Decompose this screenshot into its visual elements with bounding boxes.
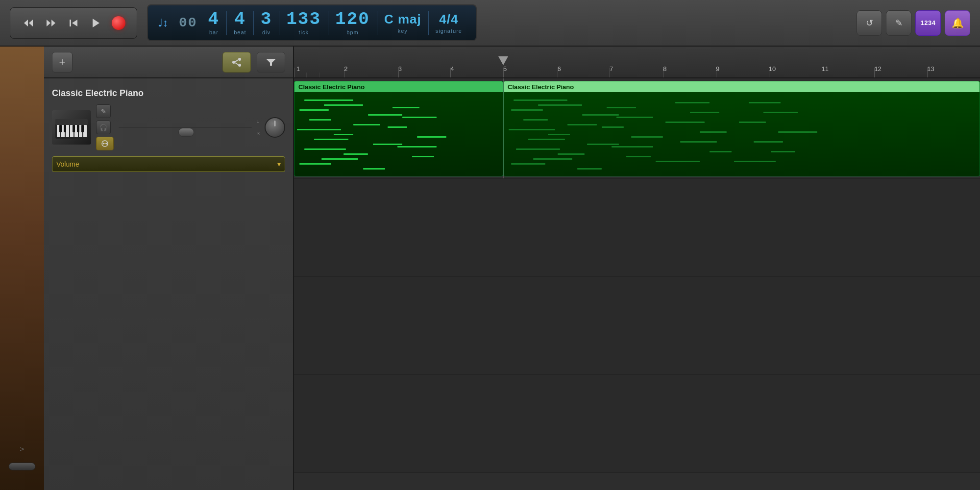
ruler-tick-8 bbox=[663, 68, 663, 77]
region-2-notes bbox=[504, 92, 980, 176]
ruler-tick-10 bbox=[769, 68, 769, 77]
svg-point-8 bbox=[238, 58, 241, 61]
ruler-tick-3 bbox=[398, 68, 399, 77]
svg-rect-14 bbox=[55, 119, 88, 125]
metronome-button[interactable]: 🔔 bbox=[945, 10, 970, 36]
midi-note bbox=[511, 163, 545, 165]
minor-tick bbox=[319, 73, 319, 77]
midi-note bbox=[412, 156, 434, 157]
midi-note bbox=[397, 146, 437, 147]
pencil-tool-button[interactable]: ✎ bbox=[886, 10, 911, 36]
midi-note bbox=[299, 109, 329, 111]
play-button[interactable] bbox=[87, 14, 105, 32]
playhead-triangle-icon bbox=[498, 56, 508, 65]
lcd-div-value-block[interactable]: 3 div bbox=[257, 11, 276, 35]
record-button[interactable] bbox=[109, 14, 128, 32]
lcd-bar-value-block[interactable]: 4 bar bbox=[204, 11, 224, 35]
midi-region-1[interactable]: Classic Electric Piano bbox=[294, 81, 503, 176]
lcd-beat-value: 4 bbox=[234, 11, 246, 28]
lcd-signature-value-block[interactable]: 4/4 signature bbox=[432, 12, 466, 34]
skip-back-button[interactable] bbox=[64, 14, 83, 32]
ruler-marks-container: 1 2 3 4 5 6 7 bbox=[294, 47, 980, 77]
lcd-divider-1 bbox=[226, 11, 227, 35]
track-panel: + Classic Electric Piano bbox=[44, 47, 294, 490]
lcd-divider-3 bbox=[279, 11, 279, 35]
track-volume-fader[interactable] bbox=[119, 127, 252, 128]
lcd-signature-value: 4/4 bbox=[439, 12, 458, 27]
midi-note bbox=[582, 114, 619, 116]
wood-background-panel: V bbox=[0, 47, 44, 490]
dropdown-arrow-icon: ▾ bbox=[277, 160, 281, 168]
midi-note bbox=[353, 124, 380, 125]
track-pan-knob[interactable] bbox=[265, 117, 285, 138]
svg-rect-24 bbox=[73, 125, 75, 132]
region-2-header: Classic Electric Piano bbox=[504, 81, 980, 92]
empty-lane-3 bbox=[294, 277, 980, 375]
svg-point-7 bbox=[232, 61, 235, 64]
track-controls-row: ✎ 🎧 bbox=[52, 104, 285, 150]
fast-forward-button[interactable] bbox=[42, 14, 60, 32]
lcd-bar-leading: 00 bbox=[179, 16, 197, 30]
midi-note bbox=[304, 148, 346, 150]
track-route-button[interactable] bbox=[222, 52, 251, 73]
midi-note bbox=[388, 126, 407, 128]
midi-note bbox=[771, 151, 795, 152]
midi-note bbox=[754, 141, 783, 143]
midi-note bbox=[626, 156, 651, 157]
ruler-tick-5 bbox=[503, 68, 504, 77]
filter-icon bbox=[265, 58, 277, 67]
midi-note bbox=[523, 119, 548, 121]
lcd-div-value: 3 bbox=[261, 11, 272, 28]
svg-point-9 bbox=[238, 64, 241, 67]
midi-region-2[interactable]: Classic Electric Piano bbox=[503, 81, 980, 176]
undo-icon: ↺ bbox=[866, 18, 873, 28]
lcd-bpm-value-block[interactable]: 120 bpm bbox=[331, 11, 374, 35]
lcd-display: ♩↕ 00 4 bar 4 beat 3 div 133 tick bbox=[147, 4, 477, 41]
midi-note bbox=[533, 158, 572, 160]
ruler-tick-11 bbox=[822, 68, 822, 77]
track-filter-button[interactable] bbox=[257, 52, 285, 73]
track-midi-button[interactable] bbox=[96, 137, 114, 150]
undo-button[interactable]: ↺ bbox=[857, 10, 882, 36]
midi-note bbox=[324, 104, 363, 106]
lcd-divider-4 bbox=[328, 11, 328, 35]
midi-note bbox=[680, 141, 717, 143]
empty-lane-2 bbox=[294, 179, 980, 277]
lcd-beat-value-block[interactable]: 4 beat bbox=[230, 11, 250, 35]
lcd-key-value: C maj bbox=[384, 12, 421, 27]
timeline-ruler[interactable]: 1 2 3 4 5 6 7 bbox=[294, 47, 980, 78]
track-headphone-button[interactable]: 🎧 bbox=[96, 121, 111, 134]
midi-note bbox=[509, 129, 555, 130]
ruler-bar-9: 9 bbox=[716, 65, 719, 73]
sidebar-label-v: V bbox=[19, 447, 25, 451]
ruler-bar-1: 1 bbox=[296, 65, 300, 73]
ruler-tick-9 bbox=[716, 68, 716, 77]
count-in-button[interactable]: 1234 bbox=[915, 10, 941, 36]
instrument-image[interactable] bbox=[52, 110, 91, 145]
lcd-key-label: key bbox=[398, 28, 408, 34]
lcd-divider-6 bbox=[428, 11, 429, 35]
ruler-bar-6: 6 bbox=[558, 65, 561, 73]
rewind-button[interactable] bbox=[19, 14, 38, 32]
midi-note bbox=[763, 112, 798, 113]
volume-select[interactable]: Volume ▾ bbox=[52, 156, 285, 172]
lcd-tick-value-block[interactable]: 133 tick bbox=[282, 11, 325, 35]
add-track-button[interactable]: + bbox=[52, 52, 73, 73]
arrange-area: 1 2 3 4 5 6 7 bbox=[294, 47, 980, 490]
midi-note bbox=[321, 158, 358, 160]
ruler-bar-4: 4 bbox=[450, 65, 454, 73]
lcd-bar-block[interactable]: 00 bbox=[175, 16, 201, 30]
ruler-bar-10: 10 bbox=[769, 65, 776, 73]
sidebar-scroll-bar[interactable] bbox=[9, 463, 36, 470]
region-1-header: Classic Electric Piano bbox=[294, 81, 503, 92]
region-2-name: Classic Electric Piano bbox=[508, 83, 574, 91]
track-pencil-button[interactable]: ✎ bbox=[96, 104, 111, 118]
midi-note bbox=[734, 161, 776, 162]
midi-note bbox=[665, 122, 705, 123]
lcd-note-icon: ♩↕ bbox=[158, 17, 168, 29]
track-item-electric-piano: Classic Electric Piano bbox=[44, 78, 293, 182]
lcd-key-value-block[interactable]: C maj key bbox=[380, 12, 425, 34]
lcd-bar-value: 4 bbox=[208, 11, 220, 28]
midi-note bbox=[587, 144, 619, 145]
transport-controls bbox=[10, 7, 137, 39]
